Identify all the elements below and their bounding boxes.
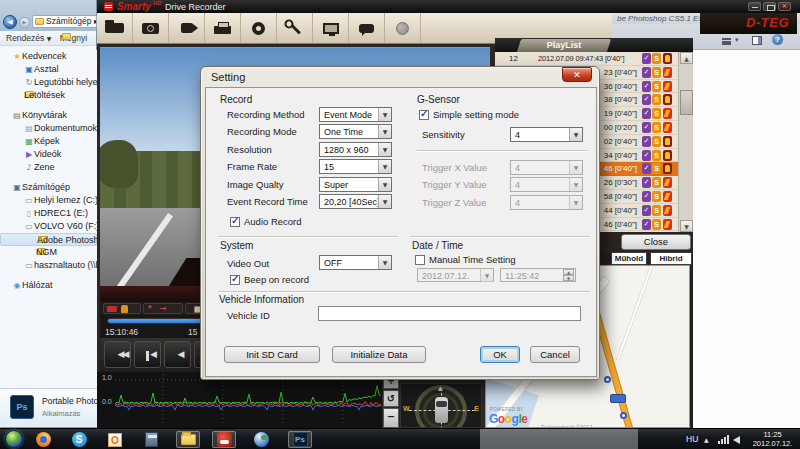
s-mode-icon: S (652, 53, 661, 64)
clock[interactable]: 11:25 2012.07.12. (748, 431, 797, 448)
vehicle-id-input[interactable] (318, 306, 581, 321)
open-button[interactable]: Megnyi (60, 31, 87, 45)
display-button[interactable] (313, 13, 349, 43)
tree-item[interactable]: ▦Képek (0, 135, 97, 148)
back-button[interactable]: ◀ (3, 15, 17, 29)
manual-event-buttons[interactable]: * → (143, 303, 183, 314)
resolution-select[interactable]: 1280 x 960▼ (319, 142, 392, 157)
minimize-button[interactable] (748, 2, 761, 11)
tree-item[interactable]: ▶Videók (0, 148, 97, 161)
manual-time-label: Manual Time Setting (429, 254, 516, 265)
snapshot-button[interactable] (133, 13, 169, 43)
camcorder-button[interactable] (169, 13, 205, 43)
tree-item[interactable]: ▤Dokumentumok (0, 122, 97, 135)
tree-item[interactable]: ↻Legutóbbi helyek (0, 76, 97, 89)
tree-item-label: Kedvencek (22, 50, 67, 63)
sd-icon: ▯ (24, 207, 34, 220)
drive-recorder-taskbar-button[interactable] (212, 431, 236, 448)
flash-event-icon (663, 108, 672, 119)
disc-button[interactable] (241, 13, 277, 43)
organize-button[interactable]: Rendezés ▼ (6, 31, 51, 46)
tree-item[interactable]: ▤Könyvtárak (0, 109, 97, 122)
tree-item[interactable]: Adobe Photoshop CS (0, 233, 97, 246)
map-marker[interactable] (620, 412, 627, 419)
tree-item[interactable]: ▣Számítógép (0, 181, 97, 194)
dialog-close-button[interactable]: ✕ (562, 67, 592, 82)
playlist-row[interactable]: 122012.07.09 09:47:43 [0'40"]✓S (495, 52, 678, 66)
tree-item[interactable]: ◉Hálózat (0, 279, 97, 292)
play-backward-button[interactable]: ◀ (164, 341, 191, 368)
graph-reset-button[interactable]: ↺ (383, 390, 399, 407)
selected-file-name: Portable Photos (42, 396, 102, 406)
google-earth-taskbar-button[interactable] (249, 431, 273, 448)
libraries-icon: ▤ (12, 109, 22, 122)
calculator-taskbar-button[interactable] (139, 431, 163, 448)
scrollbar-thumb[interactable] (680, 90, 693, 115)
address-bar[interactable]: Számítógép ▸ (32, 15, 97, 28)
graph-zoom-out-button[interactable]: − (383, 408, 399, 428)
recording-method-select[interactable]: Event Mode▼ (319, 107, 392, 122)
tree-item[interactable]: ▭VOLVO V60 (F:) (0, 220, 97, 233)
scroll-down-icon[interactable]: ▼ (680, 220, 693, 232)
map-type-hybrid-button[interactable]: Hibrid (650, 252, 692, 265)
print-button[interactable] (205, 13, 241, 43)
tree-item[interactable]: ▣Asztal (0, 63, 97, 76)
wrench-settings-button[interactable] (277, 13, 313, 43)
manual-time-checkbox[interactable] (415, 255, 425, 265)
map-marker[interactable] (604, 376, 611, 383)
start-button[interactable] (5, 430, 23, 448)
audio-record-label: Audio Record (244, 216, 302, 227)
event-record-time-select[interactable]: 20,20 [40Sec]▼ (319, 194, 392, 209)
video-out-select[interactable]: OFF▼ (319, 255, 392, 270)
network-icon: ◉ (12, 279, 22, 292)
initialize-data-button[interactable]: Initialize Data (332, 346, 426, 363)
frame-rate-select[interactable]: 15▼ (319, 159, 392, 174)
playlist-tab[interactable]: PlayList (517, 39, 611, 52)
rewind-button[interactable]: ◀◀ (104, 341, 131, 368)
simple-setting-checkbox[interactable] (419, 110, 429, 120)
scroll-up-icon[interactable]: ▲ (680, 52, 693, 64)
open-folder-button[interactable] (97, 13, 133, 43)
car-event-icon (107, 306, 117, 312)
earth-button[interactable] (385, 13, 421, 43)
tree-item[interactable]: ▯HDREC1 (E:) (0, 207, 97, 220)
chevron-down-icon: ▼ (378, 143, 391, 156)
firefox-taskbar-button[interactable] (31, 431, 55, 448)
audio-record-checkbox[interactable] (230, 217, 240, 227)
explorer-taskbar-button[interactable] (176, 431, 200, 448)
tree-item-label: Helyi lemez (C:) (34, 194, 97, 207)
prev-frame-button[interactable]: ◀ (134, 341, 161, 368)
image-quality-select[interactable]: Super▼ (319, 177, 392, 192)
photoshop-taskbar-button[interactable]: Ps (288, 431, 312, 448)
forward-button[interactable]: ▶ (19, 17, 30, 28)
gsensor-group-header: G-Sensor (417, 94, 460, 105)
chat-button[interactable] (349, 13, 385, 43)
network-icon[interactable] (718, 435, 728, 444)
volume-icon[interactable] (733, 436, 740, 444)
skype-taskbar-button[interactable]: S (67, 431, 91, 448)
sensitivity-select[interactable]: 4▼ (510, 127, 583, 142)
gsensor-separator (417, 150, 587, 151)
outlook-taskbar-button[interactable]: O (103, 431, 127, 448)
close-window-button[interactable]: × (778, 2, 791, 11)
tree-item[interactable]: ♪Zene (0, 161, 97, 174)
map-type-satellite-button[interactable]: Műhold (611, 252, 647, 265)
ok-button[interactable]: OK (480, 346, 520, 363)
tree-item[interactable]: ▭Helyi lemez (C:) (0, 194, 97, 207)
language-indicator[interactable]: HU (686, 434, 698, 444)
beep-on-record-checkbox[interactable] (230, 275, 240, 285)
tree-item[interactable]: ★Kedvencek (0, 50, 97, 63)
display-icon (323, 23, 339, 34)
dialog-body: Record Audio Record G-Sensor Simple sett… (205, 87, 597, 377)
cancel-button[interactable]: Cancel (530, 346, 580, 363)
playlist-scrollbar[interactable]: ▲ ▼ (678, 52, 693, 232)
tree-item[interactable]: ▭hasznaltauto (\\hasbs0 (0, 259, 97, 272)
tree-item[interactable]: NGM (0, 246, 97, 259)
init-sd-card-button[interactable]: Init SD Card (224, 346, 320, 363)
tree-item[interactable]: Letöltések (0, 89, 97, 102)
playlist-close-button[interactable]: Close (621, 234, 691, 250)
event-type-buttons[interactable] (103, 303, 141, 314)
recording-mode-select[interactable]: One Time▼ (319, 124, 392, 139)
maximize-button[interactable] (763, 2, 776, 11)
tray-expand-icon[interactable]: ▲ (704, 436, 709, 443)
